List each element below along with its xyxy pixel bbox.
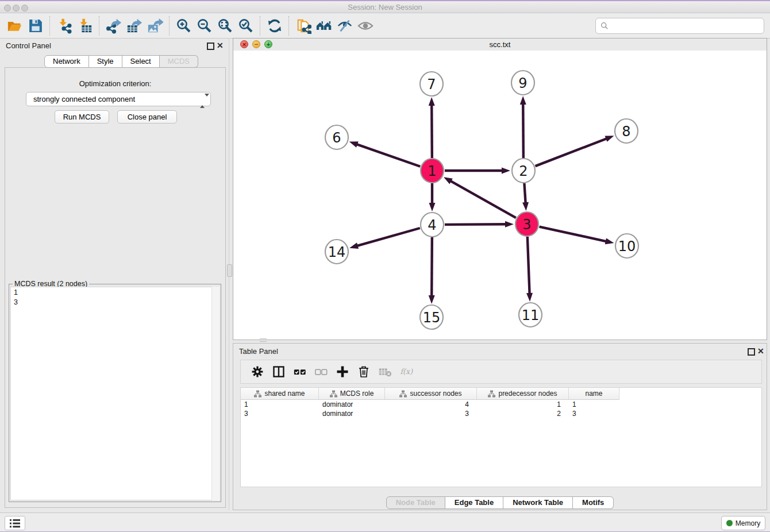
table-cell[interactable]: dominator [319,400,385,409]
table-cell[interactable]: 1 [241,400,319,409]
open-file-button[interactable] [5,16,25,36]
export-table-button[interactable] [124,16,145,36]
graph-edge-3-10[interactable] [539,227,606,242]
table-cell[interactable]: dominator [319,409,385,418]
table-cell[interactable]: 3 [385,409,477,418]
graph-node-label: 6 [332,130,341,146]
graph-edge-4-14[interactable] [357,228,420,246]
search-input[interactable] [611,21,764,31]
optimization-criterion-select[interactable]: strongly connected component [26,92,211,106]
zoom-in-icon [176,18,192,34]
graph-node-label: 4 [428,217,436,233]
zoom-fit-icon [217,18,233,34]
tab-motifs[interactable]: Motifs [573,496,614,509]
tab-network-table[interactable]: Network Table [503,496,573,509]
select-all-rows-button[interactable] [289,362,310,381]
graph-edge-2-8[interactable] [536,138,607,166]
import-network-button[interactable] [54,16,75,36]
function-builder-icon: f(x) [399,365,413,379]
table-cell[interactable]: 3 [569,409,619,418]
graph-node-label: 7 [427,76,436,92]
select-all-rows-icon [293,365,307,379]
save-session-button[interactable] [25,16,46,36]
network-frame-resize-handle[interactable] [260,338,267,342]
network-graph: 1234678910111415 [233,51,767,340]
table-panel-float-icon[interactable] [748,348,755,356]
export-network-button[interactable] [103,16,124,36]
first-neighbors-icon [316,18,332,34]
show-all-icon [357,18,374,34]
graph-edge-4-15[interactable] [432,237,432,296]
window-titlebar: Session: New Session [0,1,770,13]
delete-column-button[interactable] [353,362,374,381]
network-window-titlebar: × − + scc.txt [233,38,767,51]
column-header-MCDS-role[interactable]: MCDS role [319,388,385,400]
table-panel-close-icon[interactable]: ✕ [757,346,764,356]
graph-edge-4-3[interactable] [445,224,506,225]
deselect-all-rows-button[interactable] [310,362,332,381]
search-box[interactable] [595,18,764,34]
graph-edge-1-6[interactable] [356,144,420,167]
zoom-out-button[interactable] [194,16,215,36]
control-panel-float-icon[interactable] [207,43,214,50]
tab-network[interactable]: Network [44,55,89,68]
clone-network-button[interactable] [293,16,314,36]
table-cell[interactable]: 2 [477,409,569,418]
graph-edge-1-7[interactable] [432,105,432,158]
table-panel-header: Table Panel ✕ [233,344,767,357]
table-settings-button[interactable] [247,362,268,381]
table-cell[interactable]: 1 [569,400,619,409]
graph-edge-2-9[interactable] [523,103,523,158]
column-header-predecessor-nodes[interactable]: predecessor nodes [477,388,569,400]
mcds-result-line: 1 [14,288,219,298]
column-header-name[interactable]: name [569,388,619,400]
table-cell[interactable]: 1 [477,400,569,409]
graph-edge-3-1[interactable] [450,181,515,218]
zoom-fit-button[interactable] [215,16,236,36]
node-table: shared name MCDS role successor nodes pr… [240,387,762,487]
export-image-button[interactable] [145,16,165,36]
column-header-label: predecessor nodes [498,390,557,398]
run-mcds-button[interactable]: Run MCDS [55,110,109,124]
close-panel-button[interactable]: Close panel [117,110,177,124]
hide-selected-button[interactable] [334,16,355,36]
import-table-button[interactable] [75,16,95,36]
show-all-button[interactable] [355,16,376,36]
mcds-panel: Optimization criterion: strongly connect… [5,67,226,508]
graph-edge-3-11[interactable] [528,237,530,294]
toolbar-separator [260,16,261,36]
refresh-layout-button[interactable] [264,16,285,36]
toolbar-separator [288,16,290,36]
control-panel-close-icon[interactable]: ✕ [217,41,224,50]
graph-edge-2-3[interactable] [524,183,525,203]
task-history-button[interactable] [5,516,25,530]
column-header-label: successor nodes [410,390,461,398]
mcds-result-textarea[interactable]: 13 [10,287,220,500]
zoom-selected-button[interactable] [236,16,256,36]
memory-button[interactable]: Memory [721,516,765,530]
table-cell[interactable]: 3 [241,409,319,418]
tab-node-table[interactable]: Node Table [386,496,445,509]
table-cell[interactable]: 4 [385,400,477,409]
splitter-handle[interactable] [227,264,232,277]
column-header-shared-name[interactable]: shared name [241,388,319,400]
mcds-result-scrollbar[interactable] [211,287,220,500]
tab-select[interactable]: Select [122,55,160,68]
table-row[interactable]: 1dominator411 [241,400,761,409]
import-network-icon [56,18,72,34]
add-column-button[interactable] [332,362,353,381]
zoom-in-button[interactable] [174,16,194,36]
column-header-successor-nodes[interactable]: successor nodes [385,388,477,400]
network-canvas[interactable]: 1234678910111415 [233,51,767,340]
table-panel: Table Panel ✕ f(x) shared name MCDS role… [233,343,767,510]
toggle-columns-button[interactable] [268,362,289,381]
status-bar: Memory [0,512,770,532]
edge-arrowhead [429,203,436,211]
tab-mcds[interactable]: MCDS [160,55,198,68]
tab-style[interactable]: Style [89,55,122,68]
first-neighbors-button[interactable] [314,16,334,36]
function-builder-button: f(x) [395,362,417,381]
toggle-columns-icon [272,365,286,379]
table-row[interactable]: 3dominator323 [241,409,761,418]
tab-edge-table[interactable]: Edge Table [445,496,503,509]
